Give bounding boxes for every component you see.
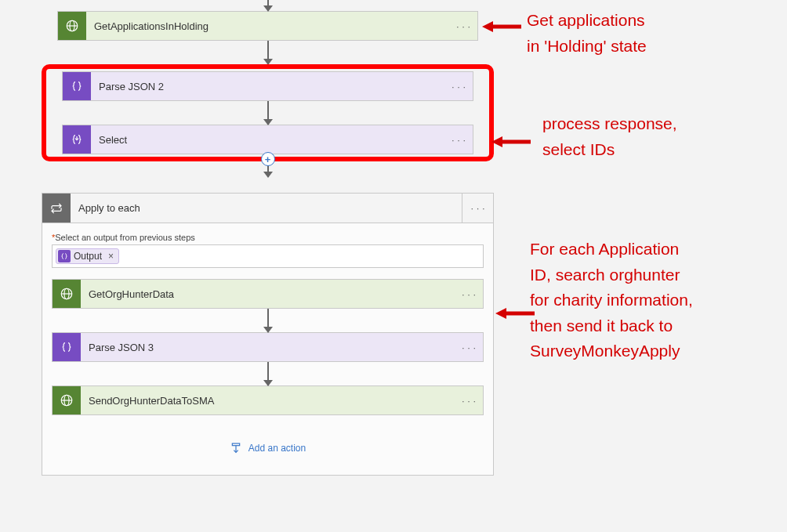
globe-icon xyxy=(53,386,81,414)
annotation-arrow xyxy=(495,306,535,321)
step-label: GetOrgHunterData xyxy=(81,280,455,308)
annotation-arrow xyxy=(491,134,531,150)
step-parse-json-3[interactable]: Parse JSON 3 · · · xyxy=(52,332,484,362)
input-field-label-text: Select an output from previous steps xyxy=(55,233,195,242)
apply-to-each-body: *Select an output from previous steps Ou… xyxy=(42,223,493,475)
svg-marker-17 xyxy=(495,308,506,319)
svg-marker-15 xyxy=(491,136,502,147)
arrow-connector xyxy=(267,362,269,385)
step-label: Select xyxy=(91,125,444,154)
step-get-applications-in-holding[interactable]: GetApplicationsInHolding · · · xyxy=(57,11,478,41)
input-field-label: *Select an output from previous steps xyxy=(52,233,484,242)
step-menu-button[interactable]: · · · xyxy=(449,12,477,40)
arrow-connector xyxy=(267,309,269,332)
globe-icon xyxy=(53,280,81,308)
step-label: Parse JSON 2 xyxy=(91,72,444,100)
insert-step-button[interactable]: + xyxy=(261,152,275,166)
step-menu-button[interactable]: · · · xyxy=(444,125,473,154)
token-label: Output xyxy=(74,251,102,262)
step-select[interactable]: Select · · · xyxy=(62,125,473,154)
svg-marker-13 xyxy=(482,21,493,32)
arrow-connector xyxy=(267,41,269,64)
step-get-orghunter-data[interactable]: GetOrgHunterData · · · xyxy=(52,279,484,309)
globe-icon xyxy=(58,12,86,40)
step-menu-button[interactable]: · · · xyxy=(455,333,483,361)
step-label: Apply to each xyxy=(71,194,462,223)
select-icon xyxy=(63,125,91,154)
add-action-label: Add an action xyxy=(248,443,306,454)
arrow-connector xyxy=(267,0,269,11)
add-action-icon xyxy=(230,442,242,454)
parse-json-icon xyxy=(63,72,91,100)
inner-steps: GetOrgHunterData · · · Parse JSON 3 · · … xyxy=(52,279,484,415)
parse-json-icon xyxy=(53,333,81,361)
select-icon xyxy=(58,250,71,262)
svg-rect-10 xyxy=(232,443,239,446)
foreach-input[interactable]: Output × xyxy=(52,244,484,268)
flow-column: GetApplicationsInHolding · · · Parse JSO… xyxy=(42,0,494,476)
step-menu-button[interactable]: · · · xyxy=(455,386,483,414)
loop-icon xyxy=(42,194,71,223)
step-apply-to-each[interactable]: Apply to each · · · xyxy=(42,194,493,223)
step-label: SendOrgHunterDataToSMA xyxy=(81,386,455,414)
step-parse-json-2[interactable]: Parse JSON 2 · · · xyxy=(62,71,473,101)
apply-to-each-container: Apply to each · · · *Select an output fr… xyxy=(42,193,494,476)
step-menu-button[interactable]: · · · xyxy=(444,72,473,100)
step-label: Parse JSON 3 xyxy=(81,333,455,361)
annotation-arrow xyxy=(482,19,521,34)
arrow-connector xyxy=(267,101,269,125)
annotation-text: process response, select IDs xyxy=(542,111,677,162)
annotation-text: Get applications in 'Holding' state xyxy=(527,8,647,59)
step-menu-button[interactable]: · · · xyxy=(462,194,493,223)
token-remove[interactable]: × xyxy=(108,251,114,262)
highlighted-group: Parse JSON 2 · · · Select · · · + xyxy=(42,64,494,161)
add-action-button[interactable]: Add an action xyxy=(230,442,306,454)
step-menu-button[interactable]: · · · xyxy=(455,280,483,308)
annotation-text: For each Application ID, search orghunte… xyxy=(530,237,693,364)
step-send-orghunter-to-sma[interactable]: SendOrgHunterDataToSMA · · · xyxy=(52,385,484,415)
step-label: GetApplicationsInHolding xyxy=(86,12,449,40)
token-output[interactable]: Output × xyxy=(56,248,119,264)
